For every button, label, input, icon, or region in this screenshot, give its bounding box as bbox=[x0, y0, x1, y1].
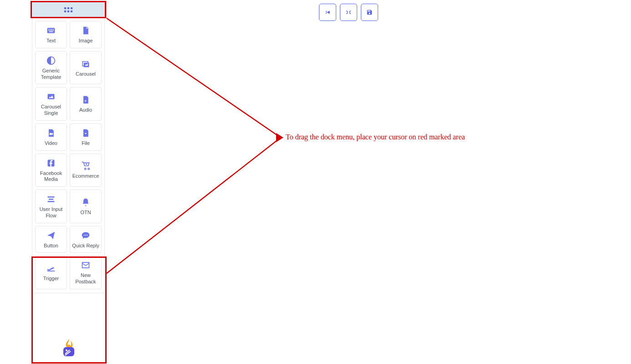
dock-panel: Text Image Generic Template Carousel Car bbox=[32, 2, 105, 293]
dock-item-label: New Postback bbox=[72, 272, 99, 285]
facebook-icon bbox=[46, 159, 56, 168]
svg-rect-2 bbox=[71, 7, 72, 9]
dock-item-label: Facebook Media bbox=[37, 170, 65, 183]
dock-item-image[interactable]: Image bbox=[70, 21, 102, 48]
bell-icon bbox=[81, 198, 90, 207]
svg-line-16 bbox=[107, 18, 281, 138]
dock-item-user-input-flow[interactable]: User Input Flow bbox=[35, 190, 67, 223]
dock-item-trigger[interactable]: Trigger bbox=[35, 256, 67, 289]
dock-item-new-postback[interactable]: New Postback bbox=[70, 256, 102, 289]
dock-item-label: Carousel bbox=[76, 71, 96, 77]
svg-rect-12 bbox=[48, 201, 55, 202]
dock-item-video[interactable]: Video bbox=[35, 123, 67, 151]
dock-item-text[interactable]: Text bbox=[35, 21, 67, 48]
dock-item-label: Generic Template bbox=[37, 68, 65, 81]
file-audio-icon bbox=[81, 95, 90, 104]
dock-item-generic-template[interactable]: Generic Template bbox=[35, 51, 67, 85]
dock-item-label: Ecommerce bbox=[72, 173, 99, 179]
svg-point-15 bbox=[87, 235, 87, 236]
svg-rect-4 bbox=[67, 10, 69, 12]
svg-rect-19 bbox=[63, 347, 74, 356]
dock-item-ecommerce[interactable]: Ecommerce bbox=[70, 154, 102, 187]
dock-item-carousel-single[interactable]: Carousel Single bbox=[35, 87, 67, 121]
dock-item-audio[interactable]: Audio bbox=[70, 87, 102, 121]
paper-plane-icon bbox=[46, 231, 56, 240]
back-button[interactable] bbox=[319, 4, 336, 21]
file-download-icon bbox=[81, 128, 90, 138]
svg-rect-7 bbox=[48, 94, 55, 99]
envelope-icon bbox=[81, 261, 90, 270]
cart-icon bbox=[81, 161, 90, 170]
svg-point-13 bbox=[84, 235, 85, 236]
annotation-text: To drag the dock menu, place your cursor… bbox=[286, 133, 465, 141]
svg-point-20 bbox=[66, 349, 67, 351]
dock-item-carousel[interactable]: Carousel bbox=[70, 51, 102, 85]
canvas-toolbar bbox=[319, 4, 378, 21]
contrast-icon bbox=[46, 56, 56, 65]
images-icon bbox=[81, 59, 90, 68]
dock-drag-handle[interactable] bbox=[32, 2, 104, 17]
dock-item-button[interactable]: Button bbox=[35, 226, 67, 253]
dock-item-label: File bbox=[82, 140, 90, 147]
dock-item-label: Text bbox=[46, 38, 56, 44]
svg-rect-3 bbox=[64, 10, 66, 12]
dock-item-file[interactable]: File bbox=[70, 123, 102, 151]
svg-rect-1 bbox=[67, 7, 69, 9]
file-video-icon bbox=[46, 128, 56, 138]
dock-item-label: Carousel Single bbox=[37, 104, 65, 117]
keyboard-icon bbox=[46, 26, 56, 35]
dock-item-label: Image bbox=[79, 38, 93, 44]
dock-item-otn[interactable]: OTN bbox=[70, 190, 102, 223]
dock-body: Text Image Generic Template Carousel Car bbox=[32, 17, 104, 293]
plane-departure-icon bbox=[46, 264, 56, 273]
svg-rect-11 bbox=[49, 199, 53, 200]
dock-item-label: Video bbox=[45, 140, 57, 147]
dock-item-label: OTN bbox=[80, 210, 91, 216]
arrange-button[interactable] bbox=[340, 4, 357, 21]
svg-marker-18 bbox=[276, 133, 283, 142]
dock-item-label: Button bbox=[44, 243, 58, 249]
dock-item-label: Quick Reply bbox=[72, 243, 99, 249]
stream-icon bbox=[46, 195, 56, 204]
image-icon bbox=[46, 92, 56, 101]
start-node[interactable] bbox=[61, 339, 77, 357]
grid-icon bbox=[64, 7, 72, 13]
svg-point-14 bbox=[85, 235, 86, 236]
file-image-icon bbox=[81, 26, 90, 35]
svg-rect-0 bbox=[64, 7, 66, 9]
dock-item-quick-reply[interactable]: Quick Reply bbox=[70, 226, 102, 253]
save-button[interactable] bbox=[361, 4, 378, 21]
dock-item-facebook-media[interactable]: Facebook Media bbox=[35, 154, 67, 187]
svg-rect-10 bbox=[48, 196, 55, 198]
dock-item-label: Audio bbox=[79, 107, 92, 113]
svg-rect-5 bbox=[71, 10, 72, 12]
flame-tag-icon bbox=[62, 339, 76, 357]
chat-icon bbox=[81, 231, 90, 240]
svg-rect-8 bbox=[50, 133, 52, 135]
svg-line-17 bbox=[107, 138, 281, 273]
dock-item-label: User Input Flow bbox=[37, 206, 65, 219]
dock-item-label: Trigger bbox=[43, 276, 59, 282]
